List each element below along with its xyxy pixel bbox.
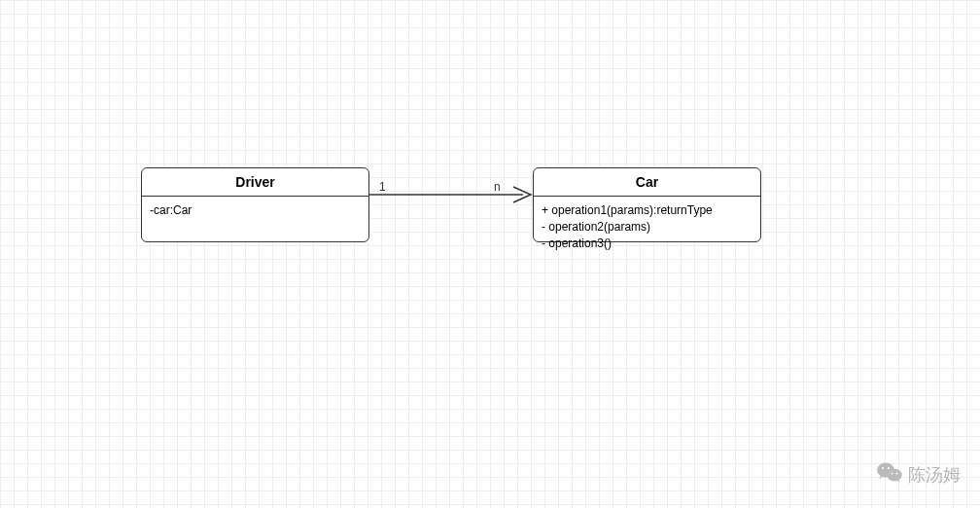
uml-class-driver: Driver -car:Car bbox=[141, 167, 369, 242]
multiplicity-right: n bbox=[494, 180, 501, 194]
uml-class-car: Car + operation1(params):returnType - op… bbox=[533, 167, 761, 242]
svg-point-6 bbox=[888, 467, 890, 469]
class-operations: + operation1(params):returnType - operat… bbox=[534, 197, 760, 257]
svg-point-7 bbox=[892, 473, 893, 475]
operation-line: - operation3() bbox=[542, 236, 752, 252]
svg-point-4 bbox=[888, 469, 902, 482]
class-title: Driver bbox=[142, 168, 368, 197]
operation-line: - operation2(params) bbox=[542, 219, 752, 236]
watermark-text: 陈汤姆 bbox=[908, 463, 961, 487]
multiplicity-left: 1 bbox=[379, 180, 386, 194]
watermark: 陈汤姆 bbox=[877, 461, 961, 489]
association-arrow bbox=[369, 180, 535, 209]
svg-point-5 bbox=[882, 467, 884, 469]
operation-line: + operation1(params):returnType bbox=[542, 202, 752, 219]
wechat-icon bbox=[877, 461, 902, 489]
svg-point-8 bbox=[896, 473, 898, 475]
attribute-line: -car:Car bbox=[150, 202, 361, 219]
class-title: Car bbox=[534, 168, 760, 197]
class-attributes: -car:Car bbox=[142, 197, 368, 241]
